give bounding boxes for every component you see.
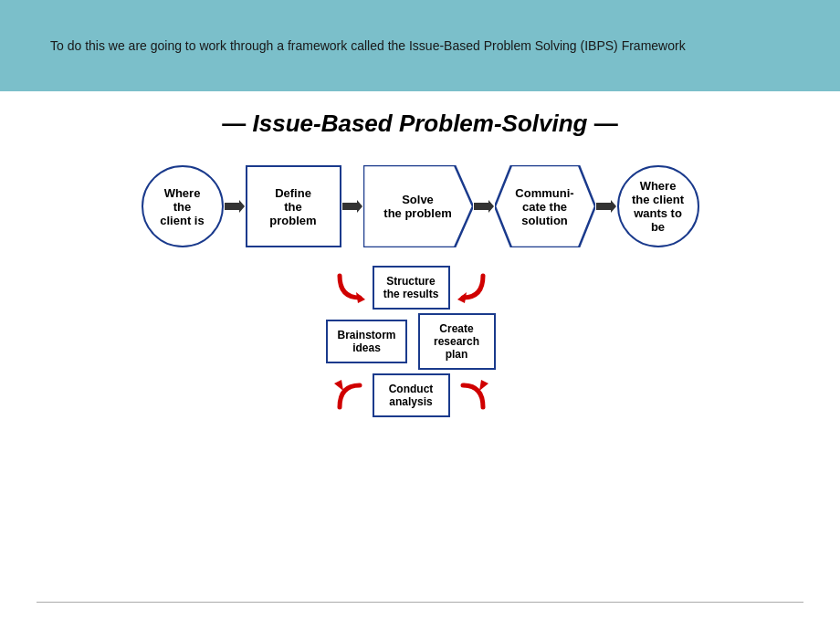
box-conduct-analysis: Conduct analysis bbox=[373, 373, 450, 417]
footer-divider bbox=[37, 602, 803, 603]
arrow-4 bbox=[595, 199, 617, 214]
box-research-plan: Create research plan bbox=[418, 313, 496, 370]
node-solve-problem-label: Solve the problem bbox=[383, 193, 451, 220]
page-title: — Issue-Based Problem-Solving — bbox=[37, 110, 803, 138]
node-where-client-wants: Where the client wants to be bbox=[617, 165, 699, 247]
flow-row: Where the client is Define the problem S… bbox=[37, 165, 803, 247]
svg-marker-8 bbox=[334, 380, 343, 391]
svg-marker-7 bbox=[457, 292, 467, 303]
svg-marker-3 bbox=[474, 200, 494, 213]
arrow-2 bbox=[341, 199, 363, 214]
sub-row-3: Conduct analysis bbox=[331, 373, 492, 417]
svg-marker-9 bbox=[479, 380, 488, 391]
svg-marker-5 bbox=[596, 200, 616, 213]
node-solve-problem: Solve the problem bbox=[363, 165, 473, 247]
red-arrow-down-right bbox=[331, 268, 369, 307]
red-arrow-up-left bbox=[331, 376, 369, 415]
box-structure-results: Structure the results bbox=[373, 266, 450, 310]
header-text: To do this we are going to work through … bbox=[50, 37, 686, 56]
node-where-client-is: Where the client is bbox=[142, 165, 224, 247]
main-content: — Issue-Based Problem-Solving — Where th… bbox=[0, 91, 840, 430]
box-brainstorm: Brainstorm ideas bbox=[326, 320, 406, 363]
sub-diagram: Structure the results Brainstorm ideas C… bbox=[27, 266, 794, 421]
node-define-problem: Define the problem bbox=[246, 165, 341, 247]
header-banner: To do this we are going to work through … bbox=[0, 0, 840, 91]
sub-row-2: Brainstorm ideas Create research plan bbox=[284, 313, 537, 370]
node-communicate: Communi- cate the solution bbox=[495, 165, 595, 247]
arrow-3 bbox=[473, 199, 495, 214]
arrow-1 bbox=[224, 199, 246, 214]
svg-marker-6 bbox=[356, 292, 365, 303]
red-arrow-down-left bbox=[454, 268, 492, 307]
title-suffix: — bbox=[594, 110, 618, 137]
svg-marker-0 bbox=[225, 200, 245, 213]
red-arrow-up-right bbox=[454, 376, 492, 415]
sub-row-1: Structure the results bbox=[331, 266, 492, 310]
title-prefix: — bbox=[222, 110, 246, 137]
node-communicate-label: Communi- cate the solution bbox=[515, 186, 573, 227]
svg-marker-1 bbox=[342, 200, 362, 213]
title-main: Issue-Based Problem-Solving bbox=[246, 110, 593, 137]
